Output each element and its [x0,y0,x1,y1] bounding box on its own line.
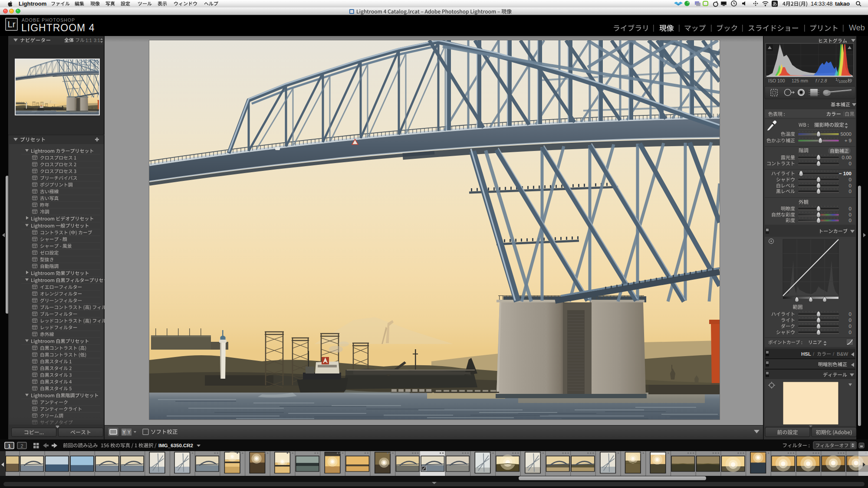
svg-text:IMG_6350.CR2: IMG_6350.CR2 [158,443,193,448]
svg-text:2: 2 [20,443,23,449]
svg-text:1: 1 [8,443,10,449]
